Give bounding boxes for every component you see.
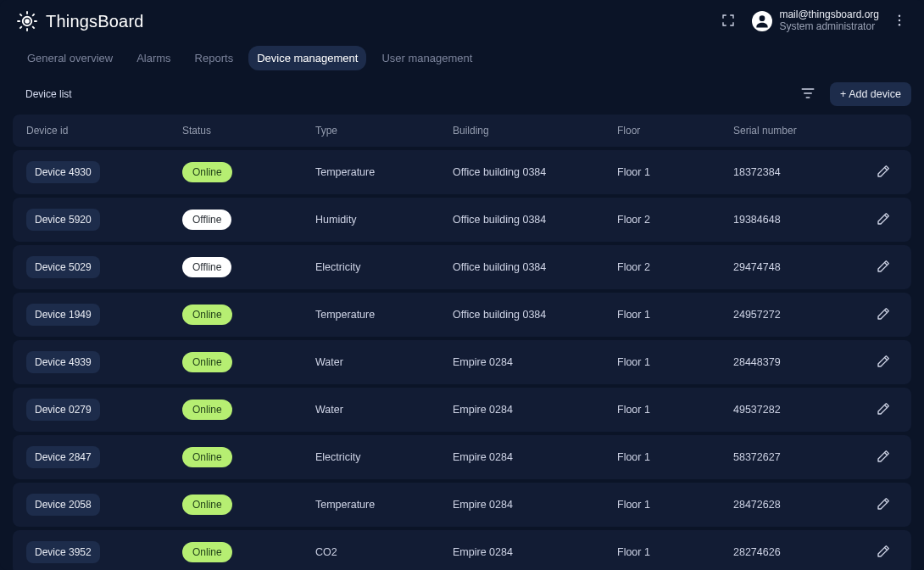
cell-floor: Floor 1	[617, 356, 733, 368]
device-id-pill[interactable]: Device 5920	[26, 209, 100, 231]
cell-serial: 58372627	[733, 451, 869, 463]
app-header: ThingsBoard mail@thingsboard.org System …	[0, 0, 924, 42]
add-device-button[interactable]: + Add device	[830, 82, 911, 106]
cell-building: Office building 0384	[453, 261, 617, 273]
user-meta: mail@thingsboard.org System administrato…	[779, 9, 879, 33]
edit-row-button[interactable]	[871, 207, 896, 232]
filter-icon	[799, 85, 816, 104]
table-row: Device 1949OnlineTemperatureOffice build…	[13, 293, 911, 337]
edit-row-button[interactable]	[871, 444, 896, 470]
cell-building: Office building 0384	[453, 214, 617, 226]
cell-building: Empire 0284	[453, 451, 617, 463]
cell-floor: Floor 1	[617, 499, 733, 511]
svg-point-5	[899, 24, 900, 25]
pencil-icon	[876, 259, 891, 277]
cell-floor: Floor 2	[617, 214, 733, 226]
table-row: Device 5920OfflineHumidityOffice buildin…	[13, 198, 911, 242]
device-id-pill[interactable]: Device 2058	[26, 494, 100, 516]
table-header-row: Device id Status Type Building Floor Ser…	[13, 115, 911, 147]
edit-row-button[interactable]	[871, 349, 896, 375]
filter-button[interactable]	[794, 81, 821, 108]
device-id-pill[interactable]: Device 4930	[26, 161, 100, 183]
table-title: Device list	[25, 88, 72, 100]
cell-type: Water	[315, 404, 453, 416]
pencil-icon	[876, 211, 891, 229]
svg-point-2	[760, 15, 765, 21]
cell-type: Temperature	[315, 499, 453, 511]
pencil-icon	[876, 449, 891, 467]
fullscreen-icon	[721, 13, 736, 31]
cell-floor: Floor 1	[617, 404, 733, 416]
edit-row-button[interactable]	[871, 302, 896, 327]
status-badge: Online	[182, 162, 232, 182]
more-vertical-icon	[892, 13, 907, 31]
svg-point-3	[899, 14, 900, 16]
column-header-serial[interactable]: Serial number	[733, 125, 869, 137]
cell-building: Office building 0384	[453, 309, 617, 321]
column-header-type[interactable]: Type	[315, 125, 453, 137]
logo-block[interactable]: ThingsBoard	[15, 9, 144, 33]
fullscreen-button[interactable]	[716, 9, 740, 33]
device-id-pill[interactable]: Device 1949	[26, 304, 100, 326]
cell-serial: 28274626	[733, 546, 869, 558]
cell-floor: Floor 1	[617, 166, 733, 178]
tab-user-management[interactable]: User management	[373, 46, 481, 70]
edit-row-button[interactable]	[871, 159, 896, 185]
device-id-pill[interactable]: Device 0279	[26, 399, 100, 421]
cell-type: Temperature	[315, 166, 453, 178]
user-menu[interactable]: mail@thingsboard.org System administrato…	[752, 9, 879, 33]
column-header-status[interactable]: Status	[182, 125, 315, 137]
device-table: Device id Status Type Building Floor Ser…	[0, 115, 924, 570]
column-header-building[interactable]: Building	[453, 125, 617, 137]
thingsboard-logo-icon	[15, 9, 39, 33]
cell-type: Electricity	[315, 261, 453, 273]
device-id-pill[interactable]: Device 5029	[26, 256, 100, 278]
cell-serial: 24957272	[733, 309, 869, 321]
device-id-pill[interactable]: Device 3952	[26, 541, 100, 563]
tab-reports[interactable]: Reports	[186, 46, 242, 70]
more-menu-button[interactable]	[888, 9, 911, 33]
column-header-floor[interactable]: Floor	[617, 125, 733, 137]
edit-row-button[interactable]	[871, 492, 896, 517]
cell-type: Electricity	[315, 451, 453, 463]
device-id-pill[interactable]: Device 2847	[26, 446, 100, 468]
status-badge: Online	[182, 305, 232, 325]
cell-building: Empire 0284	[453, 356, 617, 368]
pencil-icon	[876, 164, 891, 182]
svg-point-1	[25, 20, 29, 23]
tab-alarms[interactable]: Alarms	[128, 46, 179, 70]
cell-serial: 49537282	[733, 404, 869, 416]
edit-row-button[interactable]	[871, 254, 896, 280]
tab-general-overview[interactable]: General overview	[19, 46, 121, 70]
cell-serial: 18372384	[733, 166, 869, 178]
cell-floor: Floor 2	[617, 261, 733, 273]
table-toolbar: Device list + Add device	[0, 75, 924, 115]
cell-type: Water	[315, 356, 453, 368]
pencil-icon	[876, 354, 891, 372]
cell-floor: Floor 1	[617, 309, 733, 321]
status-badge: Online	[182, 352, 232, 372]
edit-row-button[interactable]	[871, 539, 896, 565]
status-badge: Online	[182, 542, 232, 562]
cell-serial: 28472628	[733, 499, 869, 511]
table-row: Device 2847OnlineElectricityEmpire 0284F…	[13, 435, 911, 479]
cell-type: CO2	[315, 546, 453, 558]
table-row: Device 4930OnlineTemperatureOffice build…	[13, 150, 911, 194]
table-row: Device 3952OnlineCO2Empire 0284Floor 128…	[13, 530, 911, 570]
svg-point-4	[899, 19, 900, 20]
cell-serial: 29474748	[733, 261, 869, 273]
cell-building: Empire 0284	[453, 499, 617, 511]
table-row: Device 2058OnlineTemperatureEmpire 0284F…	[13, 483, 911, 527]
cell-serial: 19384648	[733, 214, 869, 226]
table-row: Device 4939OnlineWaterEmpire 0284Floor 1…	[13, 340, 911, 384]
tab-device-management[interactable]: Device management	[248, 46, 366, 70]
edit-row-button[interactable]	[871, 397, 896, 422]
cell-building: Office building 0384	[453, 166, 617, 178]
column-header-id[interactable]: Device id	[13, 125, 182, 137]
avatar-icon	[752, 11, 772, 31]
device-id-pill[interactable]: Device 4939	[26, 351, 100, 373]
cell-building: Empire 0284	[453, 546, 617, 558]
user-role: System administrator	[779, 21, 879, 33]
tab-bar: General overviewAlarmsReportsDevice mana…	[0, 42, 924, 75]
cell-type: Humidity	[315, 214, 453, 226]
